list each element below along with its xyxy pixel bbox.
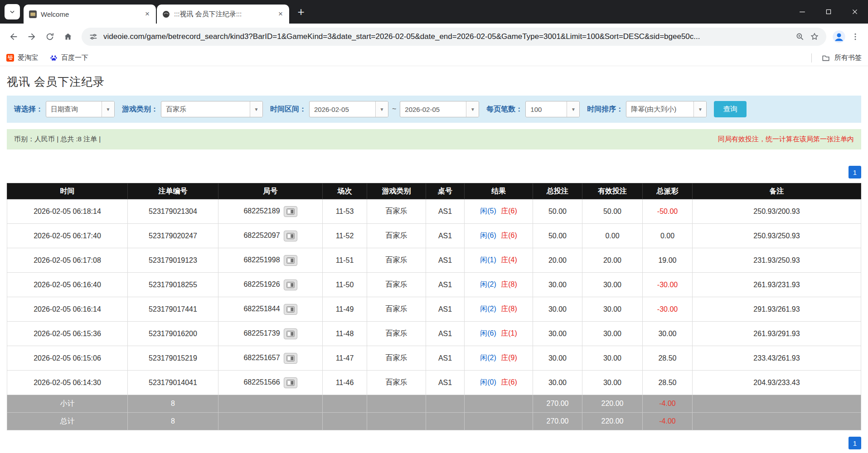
pagination-page-button[interactable]: 1: [849, 437, 861, 449]
result-cell: 闲(2) 庄(9): [465, 346, 533, 371]
round-cell: 682251926: [218, 273, 323, 297]
date-start-select[interactable]: 2026-02-05 ▼: [309, 101, 388, 117]
home-button[interactable]: [59, 28, 77, 46]
total-bet-cell[interactable]: 50.00: [533, 224, 582, 248]
profile-avatar[interactable]: [831, 29, 847, 45]
game-type-cell: 百家乐: [367, 224, 426, 248]
url-bar[interactable]: videoie.com/game/betrecord_search/kind3?…: [82, 28, 826, 46]
all-bookmarks-label: 所有书签: [834, 53, 862, 62]
result-cards-icon[interactable]: [284, 255, 297, 266]
col-header-table-no: 桌号: [426, 183, 465, 199]
chevron-down-icon[interactable]: ▼: [250, 101, 262, 117]
bet-record-row: 2026-02-05 06:14:30 523179014041 6822515…: [7, 371, 861, 395]
result-cards-icon[interactable]: [284, 206, 297, 217]
session-cell: 11-48: [323, 322, 367, 346]
result-cards-icon[interactable]: [284, 280, 297, 290]
new-tab-button[interactable]: +: [293, 4, 309, 20]
bookmark-star-icon[interactable]: [810, 32, 819, 41]
result-cell: 闲(5) 庄(6): [465, 199, 533, 224]
total-bet-cell[interactable]: 30.00: [533, 322, 582, 346]
payout-cell: 19.00: [643, 248, 693, 273]
col-header-time: 时间: [7, 183, 128, 199]
total-bet-cell[interactable]: 30.00: [533, 297, 582, 322]
chevron-down-icon[interactable]: ▼: [466, 101, 479, 117]
betrecord-tab-favicon: [162, 10, 170, 18]
tab-close-icon[interactable]: ×: [276, 9, 286, 19]
payout-cell: -30.00: [643, 297, 693, 322]
result-cards-icon[interactable]: [284, 231, 297, 241]
tab-search-button[interactable]: [5, 4, 20, 19]
result-cards-icon[interactable]: [284, 353, 297, 364]
table-no-cell: AS1: [426, 248, 465, 273]
bet-id-cell: 523179021304: [128, 199, 218, 224]
aitaobao-icon: [6, 54, 14, 62]
back-button[interactable]: [5, 28, 23, 46]
pagination-page-button[interactable]: 1: [849, 166, 861, 178]
search-button[interactable]: 查询: [714, 101, 747, 117]
url-text[interactable]: videoie.com/game/betrecord_search/kind3?…: [103, 32, 790, 41]
forward-button[interactable]: [23, 28, 41, 46]
col-header-remark: 备注: [693, 183, 861, 199]
bet-record-row: 2026-02-05 06:17:08 523179019123 6822519…: [7, 248, 861, 273]
total-bet-cell[interactable]: 50.00: [533, 199, 582, 224]
game-type-select[interactable]: 百家乐 ▼: [161, 101, 263, 117]
tab-close-icon[interactable]: ×: [142, 9, 152, 19]
chevron-down-icon[interactable]: ▼: [375, 101, 388, 117]
zoom-icon[interactable]: [795, 32, 805, 41]
valid-bet-cell: 20.00: [582, 248, 643, 273]
browser-tab-welcome[interactable]: Welcome ×: [24, 5, 156, 24]
close-button[interactable]: [842, 0, 868, 24]
browser-tab-betrecord[interactable]: :::视讯 会员下注纪录::: ×: [157, 5, 289, 24]
chevron-down-icon[interactable]: ▼: [567, 101, 579, 117]
subtotal-label: 小计: [7, 395, 128, 413]
menu-icon[interactable]: [847, 29, 863, 45]
round-cell: 682252097: [218, 224, 323, 248]
total-bet-cell[interactable]: 30.00: [533, 346, 582, 371]
total-bet-cell[interactable]: 20.00: [533, 248, 582, 273]
valid-bet-cell: 30.00: [582, 371, 643, 395]
payout-cell: 28.50: [643, 371, 693, 395]
subtotal-valid-bet: 220.00: [582, 395, 643, 413]
sort-select[interactable]: 降幂(由大到小) ▼: [626, 101, 707, 117]
chevron-down-icon[interactable]: ▼: [102, 101, 114, 117]
col-header-bet-id: 注单编号: [128, 183, 218, 199]
reload-button[interactable]: [41, 28, 59, 46]
total-count: 8: [128, 413, 218, 430]
site-settings-icon[interactable]: [89, 32, 98, 41]
col-header-payout: 总派彩: [643, 183, 693, 199]
all-bookmarks[interactable]: 所有书签: [811, 53, 862, 63]
bet-id-cell: 523179018255: [128, 273, 218, 297]
payout-cell: 28.50: [643, 346, 693, 371]
result-cards-icon[interactable]: [284, 377, 297, 388]
result-cards-icon[interactable]: [284, 304, 297, 315]
bet-id-cell: 523179020247: [128, 224, 218, 248]
bookmark-aitaobao[interactable]: 爱淘宝: [6, 53, 38, 62]
date-range-label: 时间区间：: [270, 105, 306, 114]
session-cell: 11-53: [323, 199, 367, 224]
home-icon: [63, 32, 73, 42]
date-end-select[interactable]: 2026-02-05 ▼: [400, 101, 479, 117]
minimize-button[interactable]: [789, 0, 815, 24]
valid-bet-cell: 50.00: [582, 199, 643, 224]
per-page-label: 每页笔数：: [486, 105, 523, 114]
game-type-label: 游戏类别：: [122, 105, 158, 114]
payout-cell: -50.00: [643, 199, 693, 224]
bet-records-table: 时间 注单编号 局号 场次 游戏类别 桌号 结果 总投注 有效投注 总派彩 备注…: [7, 183, 861, 430]
total-bet-cell[interactable]: 30.00: [533, 273, 582, 297]
player-result: 闲(0): [480, 378, 496, 386]
bookmark-baidu[interactable]: 百度一下: [50, 53, 88, 62]
remark-cell: 204.93/233.43: [693, 371, 861, 395]
remark-cell: 233.43/261.93: [693, 346, 861, 371]
query-type-select[interactable]: 日期查询 ▼: [46, 101, 115, 117]
player-result: 闲(6): [480, 231, 496, 239]
result-cards-icon[interactable]: [284, 328, 297, 339]
date-range-separator: ~: [392, 105, 396, 113]
total-bet-cell[interactable]: 30.00: [533, 371, 582, 395]
per-page-select[interactable]: 100 ▼: [525, 101, 580, 117]
bet-record-row: 2026-02-05 06:15:06 523179015219 6822516…: [7, 346, 861, 371]
table-no-cell: AS1: [426, 297, 465, 322]
chevron-down-icon[interactable]: ▼: [693, 101, 706, 117]
col-header-valid-bet: 有效投注: [582, 183, 643, 199]
maximize-button[interactable]: [815, 0, 842, 24]
session-cell: 11-52: [323, 224, 367, 248]
